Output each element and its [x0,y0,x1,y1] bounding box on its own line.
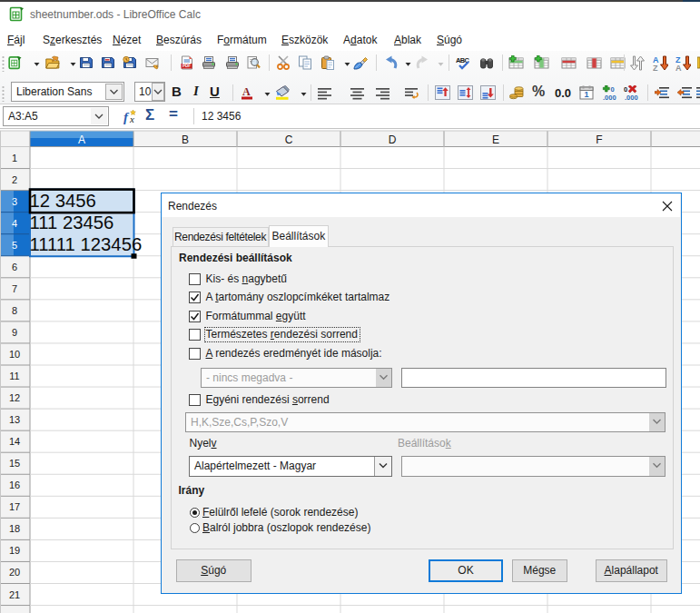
svg-text:20: 20 [9,567,20,578]
svg-text:f: f [123,110,130,124]
svg-text:3: 3 [12,196,17,207]
svg-text:1: 1 [12,153,17,163]
svg-text:C: C [285,133,293,146]
svg-text:x: x [129,114,134,124]
svg-text:18: 18 [9,523,20,534]
svg-text:8: 8 [12,305,17,316]
svg-text:21: 21 [9,589,20,600]
svg-text:11111 123456: 11111 123456 [30,234,143,254]
svg-text:16: 16 [9,480,20,490]
svg-text:1: 1 [584,90,588,99]
svg-text:7: 7 [12,283,17,294]
svg-text:17: 17 [9,501,20,512]
svg-text:12 3456: 12 3456 [30,191,96,211]
svg-text:A: A [242,85,251,98]
svg-text:A: A [78,133,85,146]
svg-text:.000: .000 [625,94,638,101]
svg-text:6: 6 [12,262,17,272]
svg-text:D: D [389,133,397,146]
svg-text:E: E [492,133,499,146]
svg-text:9: 9 [12,327,17,338]
svg-text:F: F [596,133,602,146]
svg-text:B: B [182,133,189,146]
svg-text:4: 4 [12,218,17,229]
svg-text:13: 13 [9,414,20,425]
svg-text:111 23456: 111 23456 [30,213,114,232]
svg-text:14: 14 [9,436,20,447]
svg-text:11: 11 [9,371,19,381]
svg-text:15: 15 [9,458,20,469]
svg-text:A: A [675,64,682,72]
svg-text:PDF: PDF [182,64,191,68]
svg-text:Z: Z [653,64,658,72]
svg-text:.000: .000 [603,94,616,101]
svg-text:19: 19 [9,545,20,556]
svg-text:10: 10 [9,349,20,360]
svg-text:5: 5 [12,240,17,251]
svg-text:2: 2 [12,174,17,185]
svg-text:12: 12 [9,392,20,403]
